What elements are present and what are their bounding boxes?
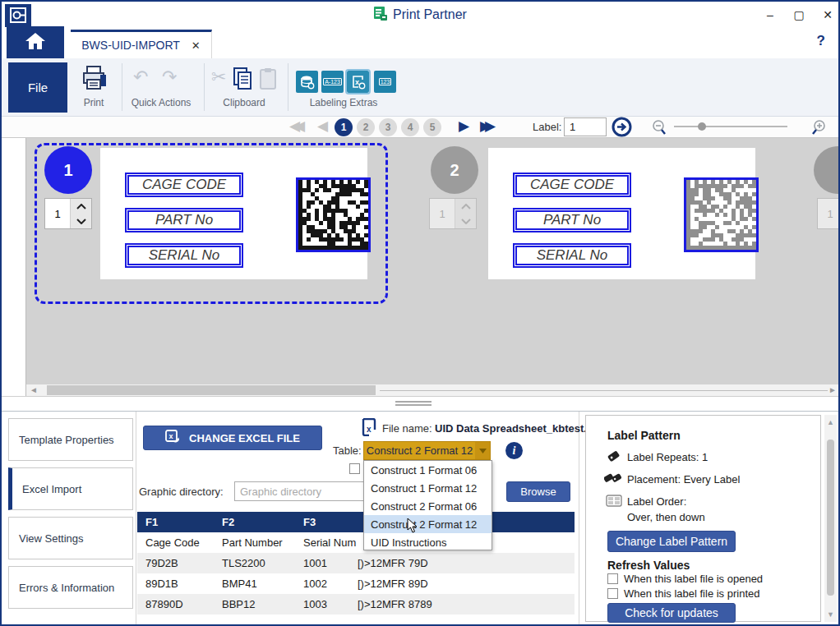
label-3-count-spinner[interactable]: 1 <box>817 198 840 229</box>
page-5-button[interactable]: 5 <box>423 118 441 136</box>
next-page-icon[interactable]: ▶ <box>459 117 469 136</box>
clipboard-group-label: Clipboard <box>205 97 283 108</box>
sidebar-item-errors-information[interactable]: Errors & Information <box>8 566 133 609</box>
last-page-icon[interactable]: ▶▶ <box>480 117 490 136</box>
change-excel-file-button[interactable]: x CHANGE EXCEL FILE <box>143 426 322 450</box>
label-order-icon <box>606 495 622 510</box>
123-extra-icon[interactable]: 123 <box>374 71 396 93</box>
excel-file-icon: x <box>165 430 181 446</box>
label-2-card[interactable]: CAGE CODE PART No SERIAL No <box>488 148 755 279</box>
label-2-count-spinner[interactable]: 1 <box>429 198 477 229</box>
scroll-thumb[interactable] <box>47 385 376 395</box>
labeling-extras-group-label: Labeling Extras <box>281 97 406 108</box>
column-header[interactable]: F3 <box>303 516 358 528</box>
zoom-slider-track[interactable] <box>674 126 787 127</box>
tab-bws-uid-import[interactable]: BWS-UID-IMPORT ✕ <box>71 30 212 58</box>
database-extra-icon[interactable] <box>296 71 318 93</box>
label-2-count-down-icon[interactable] <box>455 214 476 228</box>
page-1-button[interactable]: 1 <box>335 118 353 136</box>
browse-button[interactable]: Browse <box>506 481 570 502</box>
label-preview-canvas[interactable]: 1 1 CAGE CODE PART No SERIAL No 2 1 CAGE… <box>26 138 840 396</box>
panel-vertical-scrollbar[interactable]: ▲ ▼ <box>824 415 837 622</box>
label-2-serial-no-field[interactable]: SERIAL No <box>513 243 631 268</box>
first-page-icon[interactable]: ◀◀ <box>289 117 299 136</box>
dropdown-option-highlighted[interactable]: Construct 2 Format 12 <box>364 515 492 533</box>
dropdown-option[interactable]: Construct 2 Format 06 <box>364 497 492 515</box>
tab-close-icon[interactable]: ✕ <box>192 39 201 52</box>
combobox-dropdown-icon[interactable] <box>475 442 490 459</box>
dropdown-option[interactable]: UID Instructions <box>364 533 492 551</box>
splitter-grip[interactable] <box>395 401 432 406</box>
label-1-count-spinner[interactable]: 1 <box>44 198 92 229</box>
go-to-label-button[interactable] <box>612 117 632 140</box>
label-pattern-panel: Label Pattern Label Repeats: 1 Placement… <box>585 415 821 622</box>
label-1-cage-code-field[interactable]: CAGE CODE <box>125 173 243 197</box>
table-combobox[interactable]: Construct 2 Format 12 <box>363 441 491 460</box>
scroll-down-icon[interactable]: ▼ <box>824 610 837 619</box>
svg-text:x: x <box>355 78 359 86</box>
sidebar-item-excel-import[interactable]: Excel Import <box>8 467 133 510</box>
app-logo-icon[interactable] <box>5 4 31 27</box>
copy-icon[interactable] <box>232 67 253 94</box>
label-1-serial-no-field[interactable]: SERIAL No <box>125 243 243 268</box>
zoom-slider-thumb[interactable] <box>698 122 706 131</box>
label-1-card[interactable]: CAGE CODE PART No SERIAL No <box>100 148 367 279</box>
close-button[interactable]: ✕ <box>815 7 840 23</box>
help-button[interactable]: ? <box>817 33 825 49</box>
change-label-pattern-button[interactable]: Change Label Pattern <box>607 531 736 552</box>
table-row[interactable]: 89D1BBMP411002[)>12MFR 89D <box>137 573 575 594</box>
label-1-count-up-icon[interactable] <box>71 199 91 214</box>
sidebar-item-template-properties[interactable]: Template Properties <box>8 418 133 461</box>
scroll-up-icon[interactable]: ▲ <box>824 418 837 426</box>
print-icon[interactable] <box>81 65 108 94</box>
placement-icon <box>604 472 622 487</box>
check-for-updates-button[interactable]: Check for updates <box>607 603 736 623</box>
refresh-printed-checkbox[interactable] <box>607 588 618 599</box>
scroll-left-icon[interactable]: ◄ <box>30 385 38 394</box>
home-icon <box>25 31 46 54</box>
zoom-out-icon[interactable] <box>651 119 667 139</box>
maximize-button[interactable]: ▢ <box>787 7 811 23</box>
a123-extra-icon[interactable]: A-123 <box>321 71 344 93</box>
home-tab-button[interactable] <box>7 26 64 58</box>
label-2-cage-code-field[interactable]: CAGE CODE <box>513 173 631 197</box>
app-title: Print Partner <box>393 7 467 22</box>
dropdown-option[interactable]: Construct 1 Format 06 <box>364 461 492 479</box>
label-2-datamatrix-barcode[interactable] <box>684 177 759 252</box>
label-number-input[interactable] <box>564 117 607 136</box>
use-checkbox[interactable] <box>349 463 360 474</box>
cut-icon: ✂ <box>211 67 226 88</box>
label-2-count-up-icon[interactable] <box>455 199 476 214</box>
table-row[interactable]: 79D2BTLS22001001[)>12MFR 79D <box>137 553 575 573</box>
page-3-button[interactable]: 3 <box>379 118 397 136</box>
page-2-button[interactable]: 2 <box>357 118 375 136</box>
preview-horizontal-scrollbar[interactable]: ◄ ► <box>26 384 840 396</box>
column-header[interactable]: F2 <box>222 516 303 528</box>
refresh-opened-checkbox[interactable] <box>607 573 618 584</box>
label-2-number-badge[interactable]: 2 <box>431 146 478 194</box>
zoom-in-icon[interactable] <box>811 119 828 139</box>
label-3-number-badge[interactable] <box>814 146 840 194</box>
file-button[interactable]: File <box>8 62 67 113</box>
scroll-thumb[interactable] <box>827 440 834 596</box>
label-2-part-no-field[interactable]: PART No <box>513 208 631 232</box>
label-1-datamatrix-barcode[interactable] <box>296 177 371 252</box>
scroll-right-icon[interactable]: ► <box>828 385 837 394</box>
dropdown-option[interactable]: Construct 1 Format 12 <box>364 479 492 497</box>
label-1-count-down-icon[interactable] <box>71 214 91 228</box>
table-row[interactable]: 87890DBBP121003[)>12MFR 8789 <box>137 594 575 614</box>
minimize-button[interactable]: – <box>758 7 782 23</box>
previous-page-icon[interactable]: ◀ <box>317 117 328 136</box>
column-header[interactable]: F1 <box>137 516 222 528</box>
table-label: Table: <box>333 444 362 457</box>
page-4-button[interactable]: 4 <box>401 118 419 136</box>
label-1-part-no-field[interactable]: PART No <box>125 208 243 232</box>
sidebar-item-view-settings[interactable]: View Settings <box>8 517 133 559</box>
table-row[interactable]: Cage CodePart NumberSerial Num <box>137 532 575 553</box>
label-1-number-badge[interactable]: 1 <box>44 146 92 194</box>
label-repeats-icon <box>607 450 621 465</box>
table-header-row: F1 F2 F3 <box>137 512 575 532</box>
excel-import-extra-icon[interactable]: x <box>347 71 369 93</box>
graphic-directory-label: Graphic directory: <box>139 486 224 498</box>
info-icon[interactable]: i <box>505 442 523 459</box>
